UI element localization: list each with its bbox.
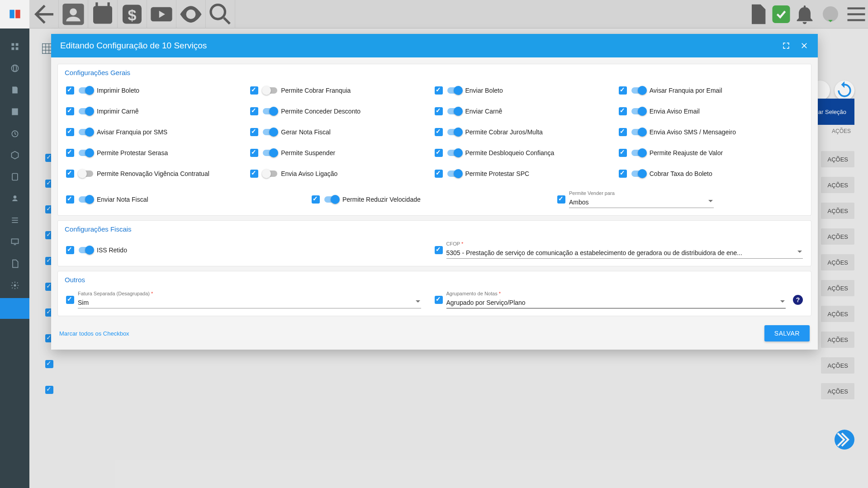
sel-val-fatura-separada: Sim xyxy=(78,297,421,308)
modal-footer: Marcar todos os Checkbox SALVAR xyxy=(51,320,818,350)
lbl-permite-cobrar-juros: Permite Cobrar Juros/Multa xyxy=(465,128,543,136)
chk-permite-desbloqueio[interactable] xyxy=(435,149,443,157)
chevron-down-icon xyxy=(780,300,785,305)
tog-iss-retido[interactable] xyxy=(79,247,93,253)
chevron-down-icon xyxy=(416,300,420,305)
lbl-iss-retido: ISS Retido xyxy=(97,246,127,254)
tog-permite-cobrar-juros[interactable] xyxy=(447,129,462,135)
tog-imprimir-boleto[interactable] xyxy=(79,87,93,94)
tog-permite-reduzir-velocidade[interactable] xyxy=(324,196,339,203)
lbl-envia-aviso-ligacao: Envia Aviso Ligação xyxy=(281,170,337,177)
chk-envia-aviso-sms[interactable] xyxy=(619,128,627,136)
chk-cobrar-taxa-boleto[interactable] xyxy=(619,170,627,178)
chk-imprimir-carne[interactable] xyxy=(66,107,74,115)
tog-permite-reajuste[interactable] xyxy=(631,150,646,156)
tog-avisar-franquia-sms[interactable] xyxy=(79,129,93,135)
section-general: Configurações Gerais Imprimir Boleto Per… xyxy=(57,64,811,216)
lbl-avisar-franquia-email: Avisar Franquia por Email xyxy=(650,87,722,94)
chk-permite-conceder-desconto[interactable] xyxy=(250,107,258,115)
chk-enviar-boleto[interactable] xyxy=(435,86,443,95)
chk-envia-aviso-ligacao[interactable] xyxy=(250,170,258,178)
chk-permite-suspender[interactable] xyxy=(250,149,258,157)
lbl-permite-renovacao: Permite Renovação Vigência Contratual xyxy=(97,170,209,177)
chevron-down-icon xyxy=(797,251,802,255)
lbl-cobrar-taxa-boleto: Cobrar Taxa do Boleto xyxy=(650,170,712,177)
lbl-permite-conceder-desconto: Permite Conceder Desconto xyxy=(281,108,360,115)
lbl-avisar-franquia-sms: Avisar Franquia por SMS xyxy=(97,128,167,136)
tog-imprimir-carne[interactable] xyxy=(79,108,93,114)
chk-permite-renovacao[interactable] xyxy=(66,170,74,178)
chk-agrupamento-notas[interactable] xyxy=(435,296,443,304)
chk-avisar-franquia-sms[interactable] xyxy=(66,128,74,136)
modal-title: Editando Configuração de 10 Serviços xyxy=(60,41,207,51)
chk-permite-reajuste[interactable] xyxy=(619,149,627,157)
chk-permite-cobrar-franquia[interactable] xyxy=(250,86,258,95)
tog-permite-renovacao[interactable] xyxy=(79,171,93,177)
tog-envia-aviso-ligacao[interactable] xyxy=(263,171,277,177)
chk-permite-vender[interactable] xyxy=(557,195,565,204)
lbl-imprimir-carne: Imprimir Carnê xyxy=(97,108,139,115)
lbl-permite-cobrar-franquia: Permite Cobrar Franquia xyxy=(281,87,351,94)
modal-header: Editando Configuração de 10 Serviços xyxy=(51,34,818,57)
select-permite-vender[interactable]: Permite Vender para Ambos xyxy=(569,190,714,208)
fullscreen-icon[interactable] xyxy=(782,41,791,50)
tog-avisar-franquia-email[interactable] xyxy=(631,87,646,94)
tog-permite-protestar-spc[interactable] xyxy=(447,171,462,177)
help-icon[interactable]: ? xyxy=(793,295,803,305)
lbl-permite-reduzir-velocidade: Permite Reduzir Velocidade xyxy=(342,196,421,203)
section-general-title: Configurações Gerais xyxy=(65,64,803,80)
tog-envia-aviso-sms[interactable] xyxy=(631,129,646,135)
lbl-enviar-carne: Enviar Carnê xyxy=(465,108,503,115)
chk-permite-protestar-spc[interactable] xyxy=(435,170,443,178)
chk-permite-cobrar-juros[interactable] xyxy=(435,128,443,136)
lbl-enviar-boleto: Enviar Boleto xyxy=(465,87,503,94)
section-fiscal: Configurações Fiscais ISS Retido CFOP * … xyxy=(57,220,811,266)
chk-enviar-carne[interactable] xyxy=(435,107,443,115)
select-cfop[interactable]: CFOP * 5305 - Prestação de serviço de co… xyxy=(446,241,803,259)
sel-val-permite-vender: Ambos xyxy=(569,197,714,208)
save-button[interactable]: SALVAR xyxy=(764,325,810,341)
lbl-permite-protestar-spc: Permite Protestar SPC xyxy=(465,170,530,177)
tog-cobrar-taxa-boleto[interactable] xyxy=(631,171,646,177)
lbl-enviar-nota-fiscal: Enviar Nota Fiscal xyxy=(97,196,148,203)
chk-cfop[interactable] xyxy=(435,246,443,254)
sel-val-agrupamento-notas: Agrupado por Serviço/Plano xyxy=(446,297,786,308)
lbl-permite-suspender: Permite Suspender xyxy=(281,149,335,156)
tog-permite-suspender[interactable] xyxy=(263,150,277,156)
tog-envia-aviso-email[interactable] xyxy=(631,108,646,114)
chk-gerar-nota-fiscal[interactable] xyxy=(250,128,258,136)
chk-enviar-nota-fiscal[interactable] xyxy=(66,195,74,204)
select-agrupamento-notas[interactable]: Agrupamento de Notas * Agrupado por Serv… xyxy=(446,291,786,308)
chk-permite-protestar-serasa[interactable] xyxy=(66,149,74,157)
chk-fatura-separada[interactable] xyxy=(66,296,74,304)
lbl-permite-reajuste: Permite Reajuste de Valor xyxy=(650,149,723,156)
lbl-imprimir-boleto: Imprimir Boleto xyxy=(97,87,139,94)
modal-body: Configurações Gerais Imprimir Boleto Per… xyxy=(51,57,818,320)
tog-gerar-nota-fiscal[interactable] xyxy=(263,129,277,135)
select-fatura-separada[interactable]: Fatura Separada (Desagrupada) * Sim xyxy=(78,291,421,308)
tog-permite-conceder-desconto[interactable] xyxy=(263,108,277,114)
chk-imprimir-boleto[interactable] xyxy=(66,86,74,95)
chk-avisar-franquia-email[interactable] xyxy=(619,86,627,95)
tog-permite-desbloqueio[interactable] xyxy=(447,150,462,156)
tog-enviar-carne[interactable] xyxy=(447,108,462,114)
close-icon[interactable] xyxy=(800,41,809,50)
sel-lbl-fatura-separada: Fatura Separada (Desagrupada) * xyxy=(78,291,421,296)
tog-enviar-nota-fiscal[interactable] xyxy=(79,196,93,203)
lbl-envia-aviso-sms: Envia Aviso SMS / Mensageiro xyxy=(650,128,736,136)
lbl-envia-aviso-email: Envia Aviso Email xyxy=(650,108,700,115)
chk-iss-retido[interactable] xyxy=(66,246,74,254)
tog-permite-cobrar-franquia[interactable] xyxy=(263,87,277,94)
section-other: Outros Fatura Separada (Desagrupada) * S… xyxy=(57,271,811,316)
chk-permite-reduzir-velocidade[interactable] xyxy=(312,195,320,204)
check-all-link[interactable]: Marcar todos os Checkbox xyxy=(59,330,129,337)
sel-lbl-cfop: CFOP * xyxy=(446,241,803,246)
section-fiscal-title: Configurações Fiscais xyxy=(65,221,803,237)
chk-envia-aviso-email[interactable] xyxy=(619,107,627,115)
chevron-down-icon xyxy=(708,200,713,204)
lbl-gerar-nota-fiscal: Gerar Nota Fiscal xyxy=(281,128,331,136)
edit-config-modal: Editando Configuração de 10 Serviços Con… xyxy=(51,34,818,350)
lbl-permite-protestar-serasa: Permite Protestar Serasa xyxy=(97,149,168,156)
tog-enviar-boleto[interactable] xyxy=(447,87,462,94)
tog-permite-protestar-serasa[interactable] xyxy=(79,150,93,156)
